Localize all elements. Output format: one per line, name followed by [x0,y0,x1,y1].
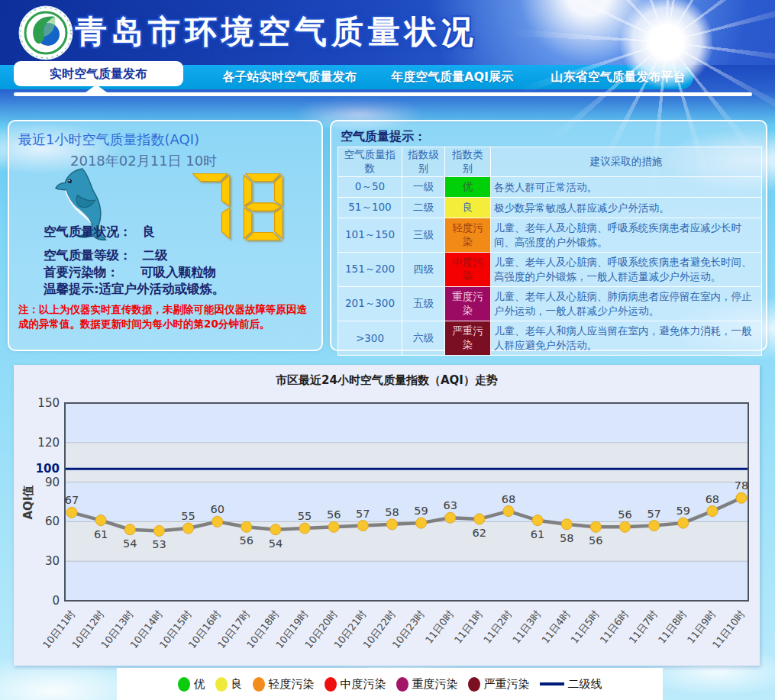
grade-label: 空气质量等级： [44,248,132,263]
tab-substation-aqi[interactable]: 各子站实时空气质量发布 [200,65,379,89]
svg-text:120: 120 [37,436,60,450]
svg-text:67: 67 [65,494,79,506]
svg-text:54: 54 [269,537,283,550]
legend-label: 良 [231,677,243,692]
legend-label: 轻度污染 [269,677,315,692]
svg-text:54: 54 [123,537,137,550]
advice-cell-cat: 优 [445,177,491,198]
svg-text:11日5时: 11日5时 [569,608,602,646]
legend-item: 优 [178,677,205,692]
qingdao-emc-logo-icon [18,5,73,60]
advice-cell-advice: 儿童、老年人和病人应当留在室内，避免体力消耗，一般人群应避免户外活动。 [491,321,762,356]
advice-cell-grade: 四级 [402,253,445,287]
svg-text:11日2时: 11日2时 [481,608,514,646]
svg-text:11日1时: 11日1时 [452,608,485,646]
advice-cell-grade: 二级 [402,198,445,218]
svg-text:58: 58 [560,532,573,544]
aqi-trend-chart-panel: 0306090100120150AQI值6710日11时6110日12时5410… [14,365,760,666]
svg-text:60: 60 [210,503,224,515]
svg-text:100: 100 [36,462,60,476]
legend-line-swatch [540,682,564,685]
svg-text:62: 62 [473,527,486,539]
legend-dot-swatch [253,677,265,692]
advice-cell-advice: 极少数异常敏感人群应减少户外活动。 [491,198,762,218]
legend-item: 严重污染 [468,677,530,692]
svg-text:11日8时: 11日8时 [656,608,689,646]
svg-text:30: 30 [45,554,60,568]
advice-cell-range: 0～50 [338,177,402,198]
advice-panel-title: 空气质量提示： [341,129,426,145]
svg-text:11日3时: 11日3时 [510,608,543,646]
tip-label: 温馨提示: [44,282,99,296]
advice-cell-grade: 五级 [402,287,445,321]
advice-column-header: 建议采取的措施 [491,147,762,177]
chart-title: 市区最近24小时空气质量指数（AQI）走势 [14,373,760,388]
svg-text:68: 68 [706,493,719,505]
svg-text:58: 58 [385,506,399,518]
advice-row: 0～50一级优各类人群可正常活动。 [338,177,762,198]
svg-text:61: 61 [531,528,544,540]
nav-underline [14,92,752,96]
advice-row: 201～300五级重度污染儿童、老年人及心脏病、肺病病患者应停留在室内，停止户外… [338,287,762,321]
legend-label: 严重污染 [484,677,530,692]
advice-cell-range: 151～200 [338,253,402,287]
data-disclaimer-note: 注：以上为仪器实时直传数据，未剔除可能因仪器故障等原因造成的异常值。数据更新时间… [18,302,315,331]
svg-text:11日6时: 11日6时 [598,608,631,646]
tab-annual-aqi[interactable]: 年度空气质量AQI展示 [379,65,525,89]
advice-cell-grade: 三级 [402,218,445,253]
svg-text:150: 150 [37,396,60,410]
tip-line: 温馨提示:适宜户外活动或锻炼。 [44,281,225,298]
pollutant-label: 首要污染物： [44,265,119,279]
advice-cell-cat: 严重污染 [445,321,491,356]
advice-table: 空气质量指数指数级别指数类别建议采取的措施 0～50一级优各类人群可正常活动。5… [337,147,762,356]
svg-text:57: 57 [647,508,660,520]
svg-text:0: 0 [52,594,60,608]
advice-cell-range: 51～100 [338,198,402,218]
svg-text:59: 59 [414,505,428,517]
legend-dot-swatch [215,677,228,692]
current-aqi-title: 最近1小时空气质量指数(AQI) [18,131,199,149]
legend-item: 轻度污染 [253,677,315,692]
chart-legend: 优良轻度污染中度污染重度污染严重污染二级线 [117,668,663,700]
svg-text:59: 59 [677,505,690,517]
advice-cell-range: 101～150 [338,218,402,253]
advice-column-header: 空气质量指数 [338,147,402,177]
advice-cell-cat: 中度污染 [445,253,491,287]
tab-shandong-platform[interactable]: 山东省空气质量发布平台 [544,65,693,89]
aqi-trend-plot: 0306090100120150AQI值6710日11时6110日12时5410… [14,365,760,666]
advice-cell-advice: 各类人群可正常活动。 [491,177,762,198]
svg-text:68: 68 [502,493,515,505]
advice-column-header: 指数级别 [402,147,445,177]
svg-text:78: 78 [735,479,748,492]
advice-row: 151～200四级中度污染儿童、老年人及心脏病、呼吸系统疾病患者避免长时间、高强… [338,253,762,287]
tip-value: 适宜户外活动或锻炼。 [99,282,225,296]
legend-dot-swatch [325,677,337,692]
legend-item: 中度污染 [325,677,386,692]
svg-text:11日0时: 11日0时 [423,608,456,646]
advice-cell-cat: 良 [445,198,491,218]
status-line: 空气质量状况：良 [44,224,155,240]
svg-text:90: 90 [45,476,60,489]
svg-text:55: 55 [181,510,195,522]
svg-text:11日4时: 11日4时 [539,608,572,646]
svg-text:57: 57 [356,508,370,520]
tab-realtime-aqi[interactable]: 实时空气质量发布 [14,61,183,86]
svg-text:56: 56 [240,534,253,547]
legend-label: 优 [194,677,205,692]
active-tab-pointer [86,85,107,92]
legend-item: 良 [215,677,243,692]
svg-text:11日7时: 11日7时 [627,608,660,646]
advice-table-header: 空气质量指数指数级别指数类别建议采取的措施 [338,147,762,177]
aqi-advice-panel: 空气质量提示： 空气质量指数指数级别指数类别建议采取的措施 0～50一级优各类人… [330,120,767,351]
advice-column-header: 指数类别 [445,147,491,177]
aqi-digital-display [191,173,283,240]
advice-cell-range: >300 [338,321,402,356]
svg-text:55: 55 [298,510,312,522]
svg-text:AQI值: AQI值 [21,485,35,520]
svg-text:56: 56 [618,508,631,521]
svg-text:63: 63 [443,499,457,511]
advice-cell-grade: 六级 [402,321,445,356]
legend-dot-swatch [396,677,408,692]
legend-label: 中度污染 [341,677,386,692]
advice-cell-range: 201～300 [338,287,402,321]
